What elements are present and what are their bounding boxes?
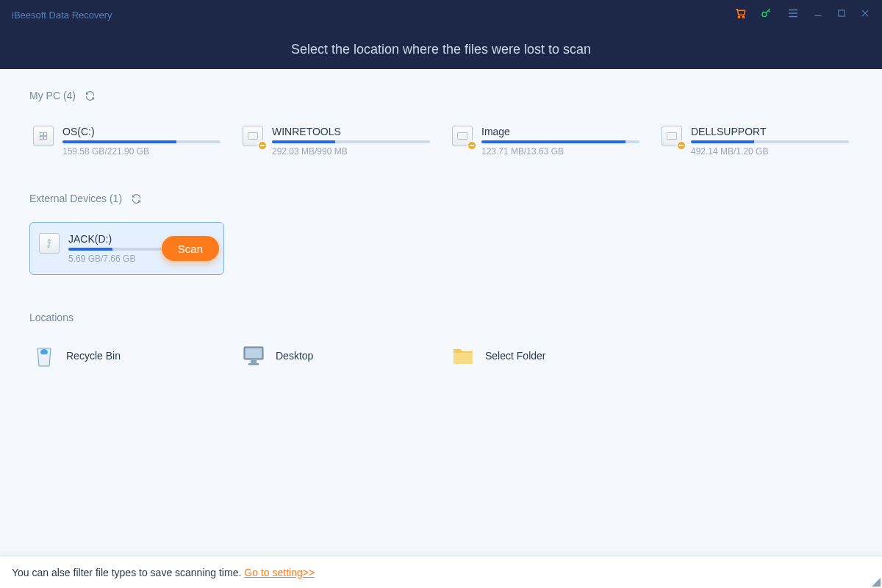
drive-size: 292.03 MB/990 MB [272, 146, 430, 157]
titlebar: iBeesoft Data Recovery [0, 0, 882, 29]
location-label: Recycle Bin [66, 350, 121, 362]
app-title: iBeesoft Data Recovery [12, 10, 112, 21]
svg-rect-6 [40, 137, 43, 140]
progress-bar [691, 140, 849, 143]
desktop-icon [242, 344, 265, 368]
resize-grip-icon[interactable] [872, 578, 881, 587]
hdd-icon [33, 126, 54, 146]
scan-button[interactable]: Scan [162, 236, 219, 261]
cart-icon[interactable] [734, 7, 747, 23]
warn-badge-icon [676, 140, 686, 151]
mypc-drive-grid: OS(C:) 159.58 GB/221.90 GB WINRETOOLS 29… [29, 119, 853, 163]
refresh-icon[interactable] [131, 193, 142, 204]
refresh-icon[interactable] [85, 90, 96, 101]
drive-image[interactable]: Image 123.71 MB/13.63 GB [448, 119, 643, 163]
drive-os-c[interactable]: OS(C:) 159.58 GB/221.90 GB [29, 119, 224, 163]
external-drive-grid: JACK(D:) 5.69 GB/7.66 GB Scan [29, 222, 853, 275]
minimize-icon[interactable] [813, 8, 823, 21]
locations-grid: Recycle Bin Desktop Select Folder [29, 341, 853, 370]
location-label: Desktop [276, 350, 313, 362]
drive-name: Image [481, 126, 639, 137]
drive-winretools[interactable]: WINRETOOLS 292.03 MB/990 MB [239, 119, 434, 163]
recycle-bin-icon [32, 344, 56, 368]
svg-point-2 [762, 12, 767, 17]
section-title-mypc: My PC (4) [29, 90, 853, 101]
usb-drive-icon [39, 233, 60, 254]
menu-icon[interactable] [786, 7, 800, 23]
progress-bar [62, 140, 220, 143]
drive-name: OS(C:) [62, 126, 220, 137]
drive-size: 492.14 MB/1.20 GB [691, 146, 849, 157]
warn-badge-icon [467, 140, 477, 151]
location-desktop[interactable]: Desktop [239, 341, 434, 370]
main-content: My PC (4) OS(C:) 159.58 GB/221.90 GB [0, 69, 882, 370]
section-title-locations: Locations [29, 312, 853, 323]
location-select-folder[interactable]: Select Folder [448, 341, 643, 370]
section-title-external: External Devices (1) [29, 193, 853, 204]
svg-rect-4 [40, 132, 43, 135]
subheader-text: Select the location where the files were… [291, 42, 591, 57]
svg-rect-10 [251, 360, 257, 363]
key-icon[interactable] [760, 7, 773, 23]
external-label: External Devices (1) [29, 193, 122, 204]
progress-bar [272, 140, 430, 143]
footer-text: You can alse filter file types to save s… [12, 567, 241, 578]
titlebar-actions [734, 7, 870, 23]
drive-name: DELLSUPPORT [691, 126, 849, 137]
footer-settings-link[interactable]: Go to setting>> [244, 567, 315, 578]
svg-rect-11 [248, 363, 259, 365]
subheader: Select the location where the files were… [0, 29, 882, 69]
maximize-icon[interactable] [836, 8, 847, 21]
location-label: Select Folder [485, 350, 545, 362]
svg-rect-7 [44, 137, 47, 140]
drive-size: 159.58 GB/221.90 GB [62, 146, 220, 157]
svg-rect-5 [44, 132, 47, 135]
folder-icon [451, 344, 475, 368]
locations-label: Locations [29, 312, 74, 323]
warn-badge-icon [257, 140, 268, 151]
drive-name: WINRETOOLS [272, 126, 430, 137]
svg-point-1 [742, 16, 744, 18]
svg-point-0 [738, 16, 739, 18]
svg-rect-3 [839, 10, 845, 16]
drive-jack-d[interactable]: JACK(D:) 5.69 GB/7.66 GB Scan [29, 222, 224, 275]
progress-bar [481, 140, 639, 143]
mypc-label: My PC (4) [29, 90, 76, 101]
drive-dellsupport[interactable]: DELLSUPPORT 492.14 MB/1.20 GB [658, 119, 853, 163]
drive-size: 123.71 MB/13.63 GB [481, 146, 639, 157]
location-recycle-bin[interactable]: Recycle Bin [29, 341, 224, 370]
close-icon[interactable] [860, 8, 870, 21]
footer: You can alse filter file types to save s… [0, 556, 882, 588]
svg-rect-9 [245, 348, 262, 358]
